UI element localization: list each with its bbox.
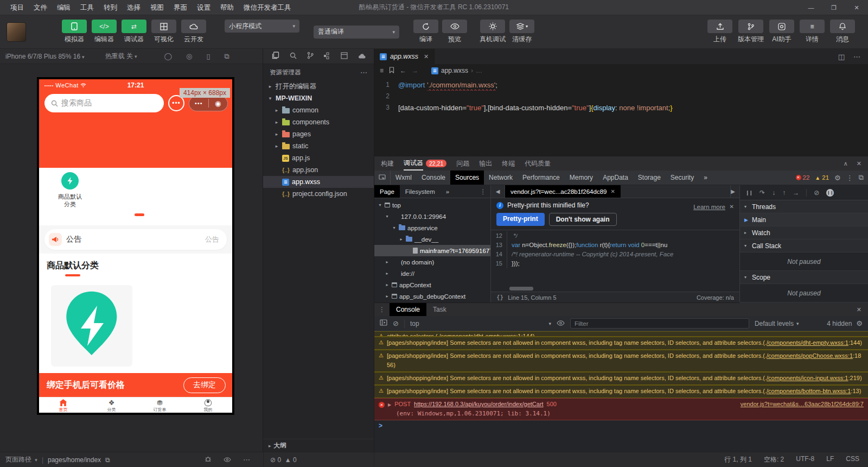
- device-selector[interactable]: iPhone 6/7/8 Plus 85% 16▾: [0, 53, 88, 60]
- menu-item[interactable]: 项目: [5, 0, 29, 15]
- log-levels-dropdown[interactable]: Default levels ▾: [755, 320, 799, 327]
- close-panel-icon[interactable]: ✕: [857, 160, 861, 167]
- close-button[interactable]: ✕: [845, 0, 868, 15]
- close-tab-icon[interactable]: ✕: [610, 188, 615, 194]
- device-debug-button[interactable]: 真机调试: [480, 20, 506, 44]
- outline-list-icon[interactable]: ≡: [380, 67, 384, 74]
- source-tree-item[interactable]: ▾ top: [374, 199, 490, 211]
- step-into-icon[interactable]: ↓: [772, 189, 775, 197]
- tab-item[interactable]: 我的: [184, 397, 232, 413]
- menu-item[interactable]: 界面: [169, 0, 192, 15]
- panel-tab[interactable]: 终端: [502, 156, 515, 171]
- console-warning-row[interactable]: ⚠ [pages/shopping/index] Some selectors …: [374, 372, 868, 385]
- ai-assistant-button[interactable]: AI助手: [769, 20, 794, 44]
- debug-section-row[interactable]: ▾ Scope: [740, 271, 868, 284]
- debug-section-row[interactable]: ▾ Threads: [740, 200, 868, 213]
- more-icon[interactable]: ⋯: [243, 456, 250, 464]
- eye-icon[interactable]: [224, 456, 231, 464]
- editor-more-icon[interactable]: ⋯: [853, 53, 860, 61]
- menu-item[interactable]: 视图: [145, 0, 169, 15]
- npm-icon[interactable]: [341, 52, 348, 61]
- debug-section-row[interactable]: Not paused: [740, 253, 868, 271]
- tab-item[interactable]: 首页: [39, 397, 87, 413]
- live-expression-eye-icon[interactable]: [557, 320, 565, 327]
- simulator-button[interactable]: 模拟器: [62, 20, 87, 44]
- breadcrumb[interactable]: ≣ app.wxss › …: [431, 67, 482, 74]
- tree-item[interactable]: ▸ static: [263, 140, 374, 152]
- compile-mode-dropdown[interactable]: 普通编译 ▾: [314, 26, 399, 39]
- panel-tab[interactable]: 调试器 22,21: [404, 156, 446, 171]
- menu-item[interactable]: 文件: [29, 0, 52, 15]
- multi-window-icon[interactable]: ⧉: [225, 52, 229, 61]
- source-code[interactable]: 12 */ 13 var n=Object.freeze({});functio…: [491, 230, 739, 292]
- debug-section-row[interactable]: Not paused: [740, 284, 868, 302]
- horizontal-scrollbar[interactable]: [509, 287, 533, 291]
- compile-button[interactable]: 编译: [413, 20, 438, 44]
- menu-item[interactable]: 帮助: [215, 0, 239, 15]
- tabs-next-icon[interactable]: ▶: [731, 188, 735, 194]
- announcement-bar[interactable]: 公告 公告: [44, 229, 227, 250]
- menu-item[interactable]: 设置: [192, 0, 215, 15]
- devtools-tab[interactable]: Storage: [633, 171, 666, 185]
- pause-on-exceptions-icon[interactable]: ❙❙: [826, 189, 834, 197]
- close-console-icon[interactable]: ✕: [857, 306, 868, 313]
- cloud-dev-button[interactable]: 云开发: [181, 20, 206, 44]
- hot-reload-toggle[interactable]: 热重载 关▾: [102, 52, 141, 61]
- clear-console-icon[interactable]: ⊘: [393, 319, 399, 327]
- navigator-more-icon[interactable]: ⋮: [480, 188, 491, 195]
- devtools-settings-icon[interactable]: ⚙: [834, 174, 841, 182]
- devtools-tab[interactable]: Network: [484, 171, 518, 185]
- capsule-close-button[interactable]: ◉: [209, 99, 228, 108]
- console-sidebar-icon[interactable]: [380, 319, 387, 327]
- problems-indicator[interactable]: ⊘ 0 ▲ 0: [270, 456, 297, 464]
- source-tree-item[interactable]: ▸ __dev__: [374, 234, 490, 245]
- capsule-more-button[interactable]: •••: [189, 100, 208, 106]
- devtools-tab[interactable]: Sources: [450, 171, 484, 185]
- go-bind-button[interactable]: 去绑定: [183, 377, 226, 393]
- braces-icon[interactable]: {}: [496, 294, 503, 301]
- devtools-tab[interactable]: Memory: [565, 171, 598, 185]
- devtools-tab[interactable]: AppData: [598, 171, 633, 185]
- navigator-tab[interactable]: Filesystem: [400, 185, 441, 198]
- minimize-button[interactable]: —: [800, 0, 822, 15]
- clear-cache-button[interactable]: ▾ 清缓存: [509, 20, 534, 44]
- page-path-dropdown[interactable]: 页面路径 ▾: [5, 455, 37, 464]
- project-root[interactable]: ▾ MP-WEIXIN: [263, 92, 374, 104]
- expand-icon[interactable]: ▶: [388, 401, 391, 409]
- menu-item[interactable]: 选择: [122, 0, 145, 15]
- error-count[interactable]: ✕22: [796, 174, 810, 181]
- dock-side-icon[interactable]: ⧉: [859, 173, 864, 182]
- wxss-file-link[interactable]: /components/icon-input.wxss:1: [767, 375, 848, 381]
- tab-item[interactable]: 订货单: [136, 397, 184, 413]
- wxss-file-link[interactable]: /components/bottom-btn.wxss:1: [767, 388, 851, 394]
- code-content[interactable]: 1 @import './common/main.wxss'; 2 3 [dat…: [374, 77, 868, 156]
- mode-dropdown[interactable]: 小程序模式 ▾: [225, 20, 299, 33]
- deactivate-breakpoints-icon[interactable]: ⊘: [814, 189, 819, 197]
- menu-item[interactable]: 微信开发者工具: [239, 0, 296, 15]
- stop-icon[interactable]: ◎: [186, 52, 192, 61]
- devtools-tab[interactable]: »: [699, 171, 712, 185]
- console-settings-icon[interactable]: ⚙: [856, 319, 863, 327]
- source-tree-item[interactable]: ▸ ide://: [374, 268, 490, 279]
- more-actions-icon[interactable]: ⋯: [360, 68, 367, 77]
- encoding-indicator[interactable]: UTF-8: [796, 455, 814, 464]
- panel-tab[interactable]: 问题: [456, 156, 469, 171]
- navigator-tab[interactable]: Page: [374, 185, 400, 198]
- tree-item[interactable]: ▸ components: [263, 116, 374, 128]
- error-source-link[interactable]: vendor.js?t=wechat&s…63aac28b1f264dc89:7: [741, 400, 864, 408]
- maximize-button[interactable]: ❐: [822, 0, 845, 15]
- menu-item[interactable]: 转到: [99, 0, 122, 15]
- devtools-tab[interactable]: Security: [666, 171, 699, 185]
- extensions-icon[interactable]: [323, 52, 330, 61]
- close-tab-icon[interactable]: ✕: [424, 53, 429, 60]
- menu-item[interactable]: 编辑: [52, 0, 75, 15]
- console-error-row[interactable]: ✕ ▶ POST https://192.168.0.3/api/kuyou/o…: [374, 398, 868, 420]
- version-control-button[interactable]: 版本管理: [738, 20, 764, 44]
- tree-item[interactable]: {..} app.json: [263, 164, 374, 176]
- search-input[interactable]: 搜索商品: [44, 94, 164, 112]
- devtools-tab[interactable]: Wxml: [391, 171, 417, 185]
- inspect-element-icon[interactable]: [374, 171, 391, 185]
- step-out-icon[interactable]: ↑: [782, 189, 786, 197]
- learn-more-link[interactable]: Learn more: [693, 204, 725, 210]
- wxss-file-link[interactable]: /components/dht-empty.wxss:1: [767, 339, 848, 346]
